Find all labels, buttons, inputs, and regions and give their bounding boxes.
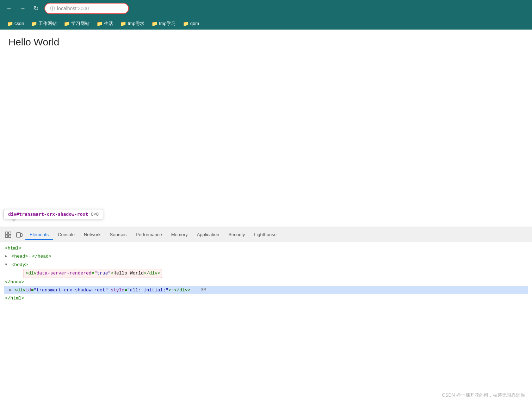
tab-memory[interactable]: Memory [167, 230, 192, 240]
svg-rect-1 [8, 232, 11, 234]
tab-performance[interactable]: Performance [131, 230, 166, 240]
body-open-tag[interactable]: ▼ <body> [4, 261, 528, 269]
tooltip-dimensions: 0×0 [91, 212, 99, 217]
svg-rect-5 [21, 234, 22, 236]
div-server-rendered[interactable]: <div data-server-rendered = "true" > Hel… [4, 269, 528, 278]
svg-rect-3 [8, 235, 11, 238]
forward-button[interactable]: → [18, 4, 27, 13]
bookmark-tmp1[interactable]: 📁 tmp需求 [117, 19, 147, 28]
tab-sources[interactable]: Sources [106, 230, 131, 240]
tab-console[interactable]: Console [54, 230, 79, 240]
device-toolbar-button[interactable] [14, 230, 25, 239]
svg-rect-4 [17, 233, 20, 237]
svg-rect-0 [5, 232, 8, 234]
bookmark-qbm[interactable]: 📁 qbm [180, 19, 202, 28]
address-bar[interactable]: ⓘ localhost:3000 [44, 3, 129, 14]
back-button[interactable]: ← [4, 4, 14, 13]
footer-watermark: CSDN @一棵开花的树，枝芽无限靠近你 [442, 392, 525, 398]
address-text: localhost:3000 [57, 6, 89, 11]
html-close-tag: </html> [4, 294, 528, 302]
bookmark-label: tmp需求 [128, 20, 144, 27]
transmart-div-line[interactable]: … ▶ <div id = "transmart-crx-shadow-root… [4, 286, 528, 294]
tooltip-element-name: div#transmart-crx-shadow-root [8, 212, 88, 217]
folder-icon: 📁 [151, 21, 157, 26]
body-close-tag: </body> [4, 278, 528, 286]
tab-application[interactable]: Application [193, 230, 224, 240]
info-icon: ⓘ [50, 5, 55, 12]
folder-icon: 📁 [97, 21, 103, 26]
bookmark-csdn[interactable]: 📁 csdn [4, 19, 27, 28]
bookmark-tmp2[interactable]: 📁 tmp学习 [149, 19, 179, 28]
folder-icon: 📁 [120, 21, 126, 26]
element-tooltip: div#transmart-crx-shadow-root 0×0 [4, 209, 103, 219]
page-content: Hello World [0, 30, 532, 206]
browser-toolbar: ← → ↻ ⓘ localhost:3000 [0, 0, 532, 17]
folder-icon: 📁 [7, 21, 13, 26]
head-tag[interactable]: ▶ <head> ⋯ </head> [4, 252, 528, 260]
bookmark-label: qbm [190, 21, 199, 26]
svg-rect-2 [5, 235, 8, 238]
reload-button[interactable]: ↻ [31, 4, 41, 13]
bookmark-label: 工作网站 [38, 20, 57, 27]
folder-icon: 📁 [183, 21, 189, 26]
folder-icon: 📁 [64, 21, 70, 26]
tooltip-area: div#transmart-crx-shadow-root 0×0 [0, 206, 532, 227]
bookmark-work[interactable]: 📁 工作网站 [28, 19, 60, 28]
bookmark-label: 学习网站 [71, 20, 89, 27]
inspect-element-button[interactable] [3, 230, 13, 239]
bookmark-label: tmp学习 [159, 20, 176, 27]
bookmarks-bar: 📁 csdn 📁 工作网站 📁 学习网站 📁 生活 📁 tmp需求 📁 tmp学… [0, 17, 532, 30]
devtools-html-content: <html> ▶ <head> ⋯ </head> ▼ <body> <div … [0, 242, 532, 305]
html-open-tag[interactable]: <html> [4, 244, 528, 252]
tab-network[interactable]: Network [80, 230, 105, 240]
page-heading: Hello World [8, 37, 524, 48]
tab-security[interactable]: Security [224, 230, 249, 240]
bookmark-study[interactable]: 📁 学习网站 [61, 19, 92, 28]
tab-elements[interactable]: Elements [25, 230, 53, 240]
folder-icon: 📁 [31, 21, 37, 26]
tab-lighthouse[interactable]: Lighthouse [250, 230, 281, 240]
devtools-tabs: Elements Console Network Sources Perform… [0, 227, 532, 242]
bookmark-life[interactable]: 📁 生活 [94, 19, 116, 28]
bookmark-label: 生活 [104, 20, 113, 27]
bookmark-label: csdn [14, 21, 24, 26]
devtools-panel: Elements Console Network Sources Perform… [0, 227, 532, 305]
